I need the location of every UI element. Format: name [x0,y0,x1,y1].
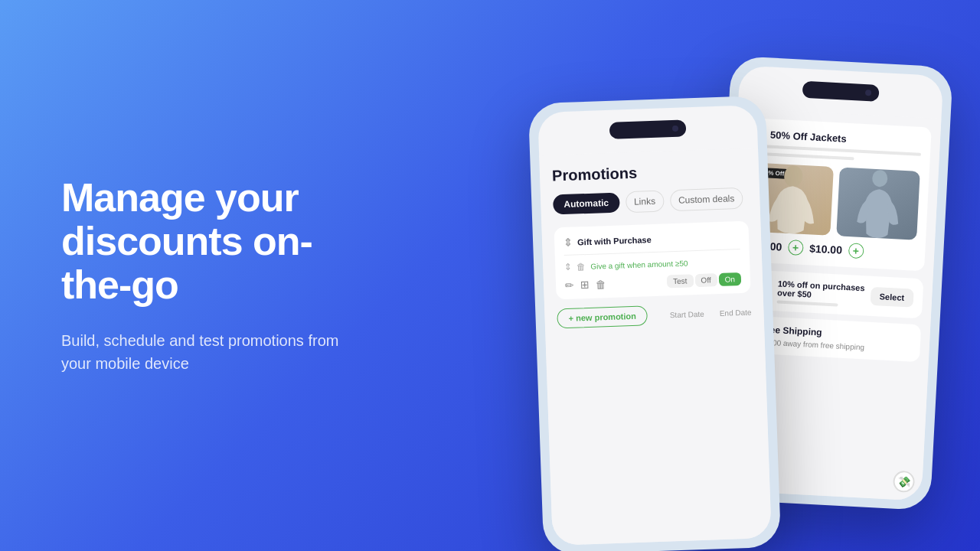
toggle-on-btn[interactable]: On [718,272,741,286]
phone-front-notch [609,119,687,139]
price-row: $30.00 + $10.00 + [749,237,916,261]
tab-automatic[interactable]: Automatic [553,193,620,215]
start-date-label: Start Date [670,309,704,319]
main-heading: Manage your discounts on-the-go [61,176,368,308]
promotions-title: Promotions [552,161,747,185]
add-to-cart-1[interactable]: + [788,240,804,256]
phones-container: ✓ 50% Off Jackets 50% Off [429,23,980,543]
phone-back-notch [802,81,880,102]
front-screen: Promotions Automatic Links Custom deals … [539,148,772,546]
new-promotion-button[interactable]: + new promotion [557,305,648,328]
end-date-label: End Date [720,308,752,317]
sub-heading: Build, schedule and test promotions from… [61,329,368,375]
discount-title: 50% Off Jackets [770,129,847,144]
copy-icon[interactable]: ⊞ [580,278,590,290]
product-image-2 [836,167,920,240]
select-button[interactable]: Select [870,287,914,308]
sub-trash-icon: 🗑 [577,261,586,272]
toggle-test-btn[interactable]: Test [667,274,694,288]
item-header: ⇕ Gift with Purchase [564,230,740,249]
tab-custom-deals[interactable]: Custom deals [670,187,743,211]
svg-point-0 [783,165,802,187]
tab-links[interactable]: Links [626,190,665,213]
delete-icon[interactable]: 🗑 [596,278,607,290]
drag-handle-icon: ⇕ [564,236,573,249]
tab-bar: Automatic Links Custom deals [553,187,748,216]
edit-icon[interactable]: ✏ [565,279,575,291]
discount-line-2 [754,152,854,161]
discount-progress-bar [777,300,838,306]
promotion-subtitle: Give a gift when amount ≥50 [590,259,688,270]
promotion-item-card: ⇕ Gift with Purchase ⇕ 🗑 Give a gift whe… [554,221,750,300]
divider [564,249,740,256]
date-labels: Start Date End Date [670,308,752,319]
item-subrow: ⇕ 🗑 Give a gift when amount ≥50 [564,256,740,272]
discount-emoji-badge: 💸 [893,471,915,493]
new-promo-row: + new promotion Start Date End Date [557,302,752,329]
promotion-title: Gift with Purchase [577,235,652,246]
add-to-cart-2[interactable]: + [848,243,864,259]
svg-point-1 [871,170,887,187]
fire-discount-text: 10% off on purchases over $50 [777,279,871,302]
toggle-group: Test Off On [667,272,741,288]
phone-front-inner: Promotions Automatic Links Custom deals … [537,105,772,546]
product-grid: 50% Off [750,163,920,240]
sub-drag-icon: ⇕ [564,262,572,272]
item-actions: ✏ ⊞ 🗑 Test Off On [565,272,741,292]
toggle-off-btn[interactable]: Off [694,273,717,287]
hero-text-section: Manage your discounts on-the-go Build, s… [61,176,368,375]
phone-front: Promotions Automatic Links Custom deals … [528,96,781,551]
price-2: $10.00 [809,242,843,256]
